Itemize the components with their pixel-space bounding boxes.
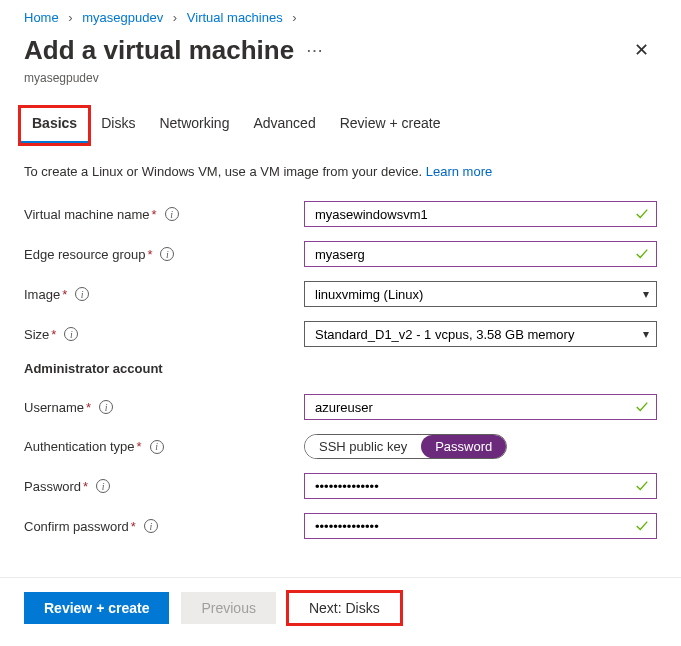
crumb-vms[interactable]: Virtual machines	[187, 10, 283, 25]
page-subtitle: myasegpudev	[0, 71, 681, 107]
info-icon[interactable]: i	[144, 519, 158, 533]
tab-basics[interactable]: Basics	[20, 107, 89, 144]
review-create-button[interactable]: Review + create	[24, 592, 169, 624]
info-icon[interactable]: i	[165, 207, 179, 221]
tab-disks[interactable]: Disks	[89, 107, 147, 144]
info-icon[interactable]: i	[96, 479, 110, 493]
required-icon: *	[147, 247, 152, 262]
required-icon: *	[62, 287, 67, 302]
label-size: Size	[24, 327, 49, 342]
required-icon: *	[51, 327, 56, 342]
close-icon[interactable]: ✕	[626, 31, 657, 69]
more-actions-icon[interactable]: ⋯	[306, 40, 323, 61]
tab-advanced[interactable]: Advanced	[241, 107, 327, 144]
tab-review[interactable]: Review + create	[328, 107, 453, 144]
vm-name-input[interactable]	[304, 201, 657, 227]
chevron-right-icon: ›	[68, 10, 72, 25]
username-input[interactable]	[304, 394, 657, 420]
auth-ssh-option[interactable]: SSH public key	[305, 435, 421, 458]
info-icon[interactable]: i	[75, 287, 89, 301]
required-icon: *	[83, 479, 88, 494]
label-image: Image	[24, 287, 60, 302]
footer: Review + create Previous Next: Disks	[0, 577, 681, 646]
label-confirm-password: Confirm password	[24, 519, 129, 534]
required-icon: *	[86, 400, 91, 415]
info-icon[interactable]: i	[160, 247, 174, 261]
previous-button: Previous	[181, 592, 275, 624]
crumb-home[interactable]: Home	[24, 10, 59, 25]
label-erg: Edge resource group	[24, 247, 145, 262]
required-icon: *	[152, 207, 157, 222]
chevron-right-icon: ›	[173, 10, 177, 25]
auth-password-option[interactable]: Password	[421, 435, 506, 458]
label-vm-name: Virtual machine name	[24, 207, 150, 222]
required-icon: *	[137, 439, 142, 454]
tab-networking[interactable]: Networking	[147, 107, 241, 144]
password-input[interactable]	[304, 473, 657, 499]
auth-type-toggle: SSH public key Password	[304, 434, 507, 459]
size-select[interactable]	[304, 321, 657, 347]
label-password: Password	[24, 479, 81, 494]
info-icon[interactable]: i	[150, 440, 164, 454]
confirm-password-input[interactable]	[304, 513, 657, 539]
learn-more-link[interactable]: Learn more	[426, 164, 492, 179]
label-auth-type: Authentication type	[24, 439, 135, 454]
tabs: Basics Disks Networking Advanced Review …	[0, 107, 681, 144]
breadcrumb: Home › myasegpudev › Virtual machines ›	[0, 0, 681, 31]
next-disks-button[interactable]: Next: Disks	[288, 592, 401, 624]
required-icon: *	[131, 519, 136, 534]
erg-input[interactable]	[304, 241, 657, 267]
chevron-right-icon: ›	[292, 10, 296, 25]
label-username: Username	[24, 400, 84, 415]
info-icon[interactable]: i	[99, 400, 113, 414]
info-icon[interactable]: i	[64, 327, 78, 341]
section-admin-account: Administrator account	[24, 361, 657, 376]
image-select[interactable]	[304, 281, 657, 307]
page-title: Add a virtual machine	[24, 35, 294, 66]
form-description: To create a Linux or Windows VM, use a V…	[24, 164, 657, 179]
crumb-resource[interactable]: myasegpudev	[82, 10, 163, 25]
